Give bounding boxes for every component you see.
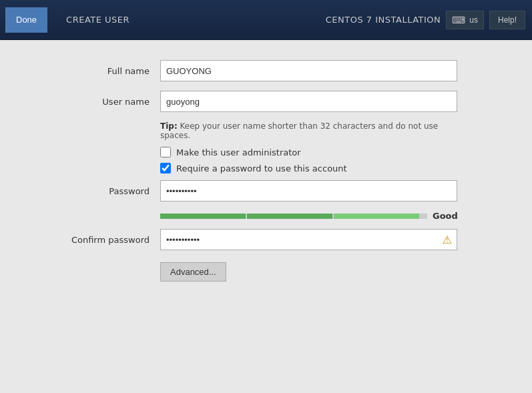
keyboard-lang-label: us xyxy=(469,15,478,25)
advanced-button[interactable]: Advanced... xyxy=(160,262,226,282)
confirm-password-input[interactable] xyxy=(160,229,457,250)
strength-bar xyxy=(160,214,427,219)
strength-segment-2 xyxy=(247,214,332,219)
password-label: Password xyxy=(53,186,160,196)
confirm-password-wrapper: ⚠ xyxy=(160,229,457,250)
password-required-checkbox[interactable] xyxy=(160,163,171,173)
done-button[interactable]: Done xyxy=(5,7,47,33)
tip-row: Tip: Keep your user name shorter than 32… xyxy=(160,121,479,140)
strength-segment-3 xyxy=(334,214,419,219)
password-row: Password xyxy=(53,180,479,202)
full-name-input[interactable] xyxy=(160,60,457,81)
help-button[interactable]: Help! xyxy=(489,11,525,29)
password-input[interactable] xyxy=(160,180,457,202)
watermark: A xyxy=(520,378,525,386)
password-required-checkbox-row: Require a password to use this account xyxy=(160,163,479,173)
centos-title: CENTOS 7 INSTALLATION xyxy=(326,15,441,25)
admin-checkbox[interactable] xyxy=(160,147,171,157)
tip-content: Keep your user name shorter than 32 char… xyxy=(160,121,438,140)
header-right: CENTOS 7 INSTALLATION ⌨ us Help! xyxy=(326,11,525,29)
confirm-password-label: Confirm password xyxy=(53,235,160,245)
header: Done CREATE USER CENTOS 7 INSTALLATION ⌨… xyxy=(0,0,532,40)
admin-checkbox-label[interactable]: Make this user administrator xyxy=(176,147,301,157)
keyboard-icon: ⌨ xyxy=(452,15,465,25)
user-name-input[interactable] xyxy=(160,91,457,112)
strength-row: Good xyxy=(160,211,479,221)
keyboard-language-button[interactable]: ⌨ us xyxy=(446,11,484,29)
full-name-label: Full name xyxy=(53,66,160,76)
warning-icon: ⚠ xyxy=(443,234,452,246)
strength-label: Good xyxy=(433,211,458,221)
full-name-row: Full name xyxy=(53,60,479,81)
tip-text: Tip: Keep your user name shorter than 32… xyxy=(160,121,457,140)
tip-prefix: Tip: xyxy=(160,121,178,131)
strength-segment-1 xyxy=(160,214,246,219)
admin-checkbox-row: Make this user administrator xyxy=(160,147,479,157)
main-content: Full name User name Tip: Keep your user … xyxy=(0,40,532,393)
page-title: CREATE USER xyxy=(61,15,129,25)
header-left: Done CREATE USER xyxy=(0,7,129,33)
user-name-label: User name xyxy=(53,97,160,107)
user-name-row: User name xyxy=(53,91,479,112)
confirm-password-row: Confirm password ⚠ xyxy=(53,229,479,250)
password-required-checkbox-label[interactable]: Require a password to use this account xyxy=(176,163,347,173)
